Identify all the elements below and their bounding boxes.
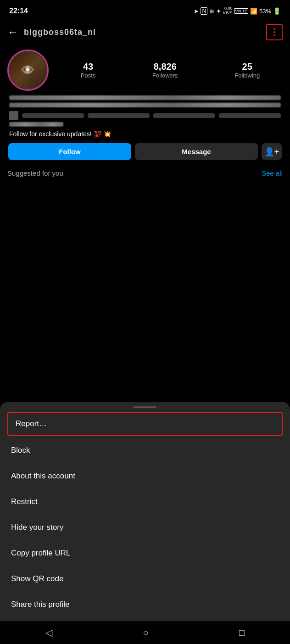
following-label: Following [234,72,260,79]
action-buttons: Follow Message 👤+ [7,143,283,160]
avatar[interactable]: 👁 [7,50,49,91]
battery-text: 53% [259,8,271,15]
report-label: Report… [16,419,47,428]
bio-line2 [9,103,281,107]
add-friend-button[interactable]: 👤+ [262,143,282,160]
nav-back-button[interactable]: ◁ [45,627,52,638]
bio-name-line [9,95,281,100]
profile-username: biggboss06ta_ni [24,28,266,37]
profile-stats: 43 Posts 8,826 Followers 25 Following [58,61,283,79]
vibrate-icon: ✦ [216,8,221,15]
dot1 [273,28,275,30]
share-profile-button[interactable]: Share this profile [0,592,290,617]
bottom-sheet: Report… Block About this account Restric… [0,402,290,621]
bio-line3 [9,122,63,127]
bluetooth-icon: ⊕ [209,8,214,15]
posts-count: 43 [81,61,96,72]
profile-section: 👁 43 Posts 8,826 Followers 25 Following [0,44,290,164]
link-bar2 [88,113,150,118]
restrict-button[interactable]: Restrict [0,489,290,515]
suggested-label: Suggested for you [7,169,63,177]
block-button[interactable]: Block [0,438,290,463]
bio-link-row [9,111,281,120]
profile-top: 👁 43 Posts 8,826 Followers 25 Following [7,50,283,91]
back-button[interactable]: ← [7,26,18,39]
block-label: Block [11,446,30,455]
nfc-icon: N [201,7,207,15]
nav-home-button[interactable]: ○ [143,627,148,638]
follow-button[interactable]: Follow [8,143,131,160]
followers-label: Followers [152,72,178,79]
nav-recents-button[interactable]: □ [239,627,245,638]
data-speed: 0.00KB/S [223,6,233,16]
report-button[interactable]: Report… [7,412,283,436]
link-bar1 [22,113,84,118]
battery-icon: 🔋 [273,7,281,15]
more-options-button[interactable] [266,24,283,40]
add-person-icon: 👤+ [264,147,279,157]
status-bar: 22:14 ➤ N ⊕ ✦ 0.00KB/S VoLTE 📶 53% 🔋 [0,0,290,20]
show-qr-button[interactable]: Show QR code [0,566,290,592]
handle-bar [134,406,156,408]
posts-stat[interactable]: 43 Posts [81,61,96,79]
following-stat[interactable]: 25 Following [234,61,260,79]
suggested-row: Suggested for you See all [0,164,290,181]
about-label: About this account [11,472,75,481]
bio-section: Follow for exclusive updates! 💯 💥 [7,95,283,138]
avatar-image: 👁 [10,52,46,89]
dot2 [273,31,275,33]
header: ← biggboss06ta_ni [0,20,290,44]
lte-icon: VoLTE [234,8,248,14]
bio-caption: Follow for exclusive updates! 💯 💥 [9,130,281,138]
copy-url-label: Copy profile URL [11,549,70,558]
message-button[interactable]: Message [135,143,258,160]
restrict-label: Restrict [11,497,38,506]
about-account-button[interactable]: About this account [0,463,290,489]
link-bar3 [153,113,215,118]
signal-icon: 📶 [250,8,257,15]
copy-url-button[interactable]: Copy profile URL [0,540,290,566]
followers-count: 8,826 [152,61,178,72]
status-icons: ➤ N ⊕ ✦ 0.00KB/S VoLTE 📶 53% 🔋 [194,6,281,16]
location-icon: ➤ [194,8,199,15]
show-qr-label: Show QR code [11,574,63,583]
hide-story-label: Hide your story [11,523,63,532]
share-profile-label: Share this profile [11,600,70,609]
sheet-handle [0,402,290,410]
link-bar4 [219,113,281,118]
posts-label: Posts [81,72,96,79]
link-icon [9,111,18,120]
following-count: 25 [234,61,260,72]
dot3 [273,34,275,36]
status-time: 22:14 [9,7,28,15]
see-all-button[interactable]: See all [262,169,283,177]
followers-stat[interactable]: 8,826 Followers [152,61,178,79]
nav-bar: ◁ ○ □ [0,621,290,644]
hide-story-button[interactable]: Hide your story [0,515,290,540]
